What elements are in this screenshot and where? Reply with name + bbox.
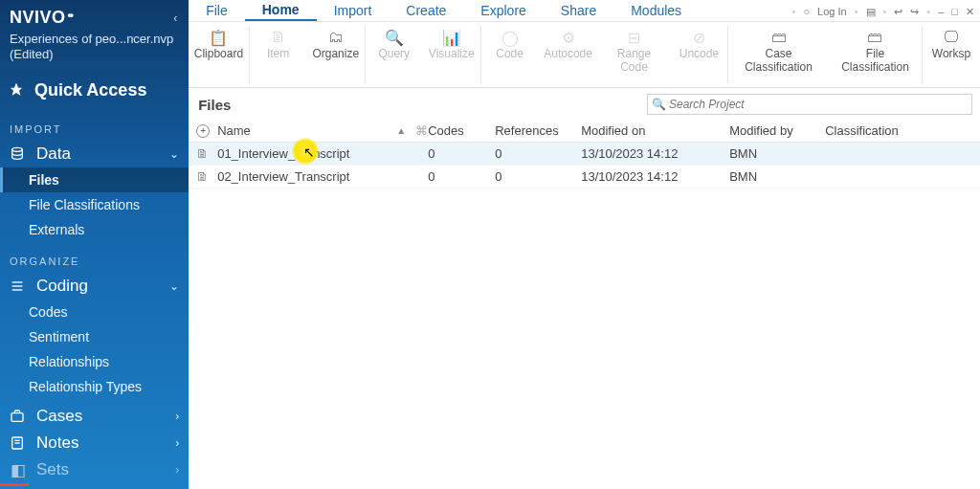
col-classification[interactable]: Classification — [825, 123, 930, 138]
cell-name: 01_Interview_Transcript — [217, 146, 428, 161]
tab-home[interactable]: Home — [245, 0, 317, 21]
ribbon-query: 🔍Query — [366, 22, 423, 87]
group-coding-label: Coding — [36, 277, 88, 296]
section-import-label: IMPORT — [0, 110, 189, 141]
col-modified-on[interactable]: Modified on — [581, 123, 729, 138]
progress-strip — [0, 483, 29, 486]
ribbon-rangecode: ⊟Range Code — [598, 22, 671, 87]
sidebar: NVIVO•• ‹ Experiences of peo...ncer.nvp … — [0, 0, 189, 489]
col-references[interactable]: References — [495, 123, 581, 138]
note-icon — [10, 435, 27, 451]
ribbon-organize[interactable]: 🗂Organize — [307, 22, 365, 87]
search-icon: 🔍 — [648, 98, 669, 111]
group-coding[interactable]: Coding ⌄ — [0, 273, 189, 300]
case-class-icon: 🗃 — [771, 28, 787, 47]
close-icon[interactable]: ✕ — [966, 6, 974, 18]
group-data-label: Data — [36, 144, 71, 164]
search-box[interactable]: 🔍 — [647, 94, 972, 115]
tab-explore[interactable]: Explore — [463, 1, 543, 20]
tab-share[interactable]: Share — [544, 1, 613, 20]
sidebar-item-externals[interactable]: Externals — [0, 217, 189, 242]
menu-tabs: File Home Import Create Explore Share Mo… — [189, 0, 786, 21]
chevron-right-icon: › — [175, 436, 179, 450]
search-icon: 🔍 — [385, 28, 404, 47]
group-data[interactable]: Data ⌄ — [0, 141, 189, 167]
database-icon — [10, 146, 27, 162]
sort-asc-icon[interactable]: ▲ — [396, 125, 406, 136]
group-sets-label: Sets — [36, 460, 69, 479]
ribbon-case-classification[interactable]: 🗃Case Classification — [728, 22, 829, 87]
col-codes[interactable]: Codes — [428, 123, 495, 138]
group-cases[interactable]: Cases › — [0, 403, 189, 430]
chevron-down-icon: ⌄ — [169, 279, 179, 293]
tab-file[interactable]: File — [189, 1, 245, 20]
ribbon-autocode: ⚙Autocode — [539, 22, 598, 87]
col-name[interactable]: Name — [217, 123, 251, 138]
ribbon-code: ◯Code — [481, 22, 539, 87]
cell-modon: 13/10/2023 14:12 — [581, 169, 729, 184]
cell-refs: 0 — [495, 169, 581, 184]
login-icon[interactable]: ○ — [803, 6, 810, 17]
ribbon-uncode: ⊘Uncode — [670, 22, 727, 87]
brand-row: NVIVO•• ‹ — [0, 0, 189, 30]
organize-icon: 🗂 — [328, 28, 344, 47]
sidebar-item-relationships[interactable]: Relationships — [0, 349, 189, 374]
undo-icon[interactable]: ↩ — [894, 6, 902, 18]
sidebar-item-codes[interactable]: Codes — [0, 300, 189, 324]
tab-import[interactable]: Import — [317, 1, 390, 20]
group-sets[interactable]: ◧ Sets › — [0, 456, 189, 484]
briefcase-icon — [10, 409, 27, 424]
maximize-icon[interactable]: □ — [951, 6, 958, 17]
cell-refs: 0 — [495, 146, 581, 161]
redo-icon[interactable]: ↪ — [910, 6, 919, 18]
cell-name: 02_Interview_Transcript — [217, 169, 428, 184]
group-notes[interactable]: Notes › — [0, 430, 189, 456]
search-input[interactable] — [669, 98, 971, 111]
sidebar-collapse-icon[interactable]: ‹ — [173, 11, 177, 25]
autocode-icon: ⚙ — [562, 28, 575, 47]
grid-header: + Name▲⌘ Codes References Modified on Mo… — [189, 119, 980, 143]
minimize-icon[interactable]: – — [938, 6, 944, 17]
cell-modon: 13/10/2023 14:12 — [581, 146, 729, 161]
cursor-icon: ↖ — [303, 144, 315, 160]
cell-codes: 0 — [428, 146, 495, 161]
ribbon-visualize: 📊Visualize — [423, 22, 480, 87]
ribbon-workspace[interactable]: 🖵Worksp — [923, 22, 980, 87]
ribbon-file-classification[interactable]: 🗃File Classification — [829, 22, 922, 87]
ribbon-clipboard[interactable]: 📋Clipboard — [189, 22, 249, 87]
project-status: (Edited) — [10, 47, 177, 62]
sidebar-item-relationship-types[interactable]: Relationship Types — [0, 374, 189, 399]
save-icon[interactable]: ▤ — [866, 6, 876, 18]
plus-icon: + — [196, 124, 210, 138]
workspace-icon: 🖵 — [944, 28, 959, 47]
group-cases-label: Cases — [36, 407, 82, 426]
sidebar-item-sentiment[interactable]: Sentiment — [0, 324, 189, 349]
tab-create[interactable]: Create — [389, 1, 463, 20]
uncode-icon: ⊘ — [693, 28, 705, 47]
project-file: Experiences of peo...ncer.nvp — [10, 32, 177, 47]
range-icon: ⊟ — [628, 28, 640, 47]
login-button[interactable]: Log In — [817, 6, 847, 17]
pin-icon — [10, 83, 27, 97]
clipboard-icon: 📋 — [209, 28, 228, 47]
col-modified-by[interactable]: Modified by — [729, 123, 825, 138]
main-area: File Home Import Create Explore Share Mo… — [189, 0, 980, 489]
panel-title: Files — [198, 97, 231, 113]
file-class-icon: 🗃 — [867, 28, 882, 47]
add-row-button[interactable]: + — [196, 122, 217, 138]
sidebar-item-files[interactable]: Files — [0, 167, 189, 192]
group-notes-label: Notes — [36, 433, 78, 453]
sidebar-item-file-classifications[interactable]: File Classifications — [0, 192, 189, 217]
chevron-right-icon: › — [175, 463, 179, 477]
quick-access[interactable]: Quick Access — [0, 73, 189, 110]
cell-modby: BMN — [729, 146, 825, 161]
document-icon: 🗎 — [196, 169, 217, 184]
quick-access-label: Quick Access — [34, 80, 146, 100]
tab-modules[interactable]: Modules — [613, 1, 699, 20]
table-row[interactable]: 🗎 02_Interview_Transcript 0 0 13/10/2023… — [189, 166, 980, 189]
circle-icon: ◯ — [501, 28, 519, 47]
svg-point-0 — [12, 147, 23, 151]
section-organize-label: ORGANIZE — [0, 242, 189, 273]
sets-icon: ◧ — [10, 460, 27, 480]
cell-codes: 0 — [428, 169, 495, 184]
